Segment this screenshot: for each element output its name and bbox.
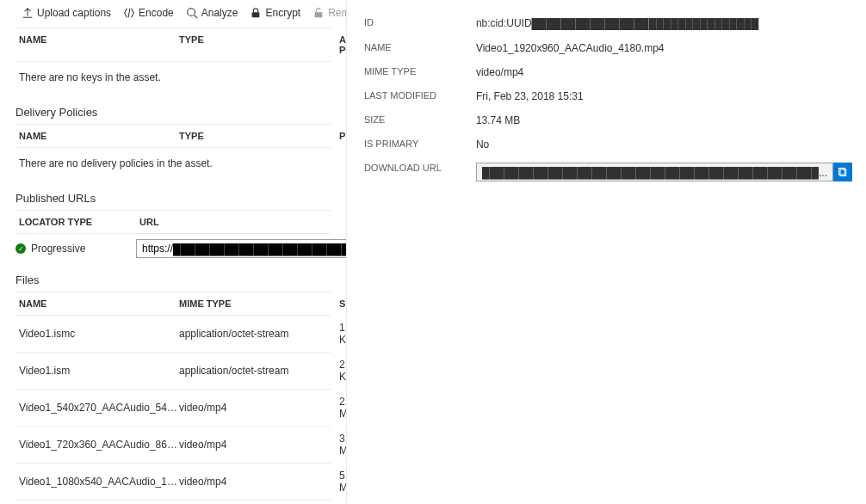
files-title: Files — [15, 263, 331, 292]
download-input[interactable]: ████████████████████████████████████████… — [476, 163, 833, 181]
table-row[interactable]: Video1_1080x540_AACAudio_1650.mp4video/m… — [15, 464, 331, 501]
id-value: nb:cid:UUID█████████████████████████████… — [476, 17, 852, 30]
copy-icon — [838, 167, 848, 177]
file-mime: video/mp4 — [179, 476, 339, 488]
col-auth: AUTHORIZATION POLICY ID — [339, 34, 347, 55]
files-body: Video1.ismcapplication/octet-stream1.00 … — [15, 316, 331, 504]
file-size: 3.18 MB — [339, 433, 347, 457]
name-value: Video1_1920x960_AACAudio_4180.mp4 — [476, 42, 852, 54]
detail-size: SIZE 13.74 MB — [364, 109, 852, 133]
upload-captions-button[interactable]: Upload captions — [15, 5, 117, 21]
modified-value: Fri, Feb 23, 2018 15:31 — [476, 90, 852, 102]
files-header: NAME MIME TYPE SIZE — [15, 292, 331, 316]
analyze-button[interactable]: Analyze — [180, 5, 244, 21]
size-value: 13.74 MB — [476, 114, 852, 126]
remove-encryption-label: Remove Encryption — [328, 7, 347, 19]
col-type: TYPE — [179, 131, 339, 141]
files-section: Files NAME MIME TYPE SIZE Video1.ismcapp… — [0, 263, 346, 504]
published-row[interactable]: ✓ Progressive https://██████████████████… — [15, 234, 331, 263]
detail-name: NAME Video1_1920x960_AACAudio_4180.mp4 — [364, 37, 852, 61]
svg-point-0 — [188, 9, 195, 16]
locator-type: Progressive — [31, 243, 85, 255]
upload-icon — [22, 7, 34, 19]
col-url: URL — [139, 217, 327, 227]
file-size: 1.00 KB — [339, 322, 347, 346]
toolbar: Upload captions Encode Analyze Encrypt R… — [0, 0, 346, 28]
remove-encryption-button: Remove Encryption — [306, 5, 347, 21]
name-label: NAME — [364, 42, 476, 54]
file-mime: application/octet-stream — [179, 328, 339, 340]
file-name: Video1_1080x540_AACAudio_1650.mp4 — [19, 476, 179, 488]
lock-icon — [250, 7, 262, 19]
primary-label: IS PRIMARY — [364, 138, 476, 151]
delivery-empty: There are no delivery policies in the as… — [15, 148, 331, 181]
file-name: Video1_540x270_AACAudio_540.mp4 — [19, 402, 179, 414]
keys-section: NAME TYPE AUTHORIZATION POLICY ID There … — [0, 28, 346, 95]
col-protocol: PROTOCOL — [339, 131, 347, 141]
file-mime: video/mp4 — [179, 439, 339, 451]
file-name: Video1_720x360_AACAudio_860.mp4 — [19, 439, 179, 451]
col-mime: MIME TYPE — [179, 298, 339, 309]
file-mime: video/mp4 — [179, 402, 339, 414]
detail-modified: LAST MODIFIED Fri, Feb 23, 2018 15:31 — [364, 85, 852, 109]
download-box: ████████████████████████████████████████… — [476, 163, 852, 181]
svg-rect-1 — [252, 12, 260, 17]
file-mime: application/octet-stream — [179, 365, 339, 377]
detail-primary: IS PRIMARY No — [364, 133, 852, 157]
encrypt-label: Encrypt — [265, 7, 300, 19]
encode-label: Encode — [139, 7, 174, 19]
copy-download-button[interactable] — [833, 163, 852, 181]
published-section: Published URLs LOCATOR TYPE URL ✓ Progre… — [0, 181, 346, 263]
download-label: DOWNLOAD URL — [364, 163, 476, 181]
file-size: 2.00 KB — [339, 359, 347, 383]
analyze-label: Analyze — [201, 7, 238, 19]
detail-id: ID nb:cid:UUID██████████████████████████… — [364, 12, 852, 37]
svg-rect-2 — [315, 12, 323, 17]
col-name: NAME — [19, 131, 179, 141]
file-size: 5.70 MB — [339, 470, 347, 494]
keys-header: NAME TYPE AUTHORIZATION POLICY ID — [15, 28, 331, 62]
file-name: Video1.ismc — [19, 328, 179, 340]
unlock-icon — [312, 7, 325, 19]
id-label: ID — [364, 17, 476, 30]
table-row[interactable]: Video1_720x360_AACAudio_860.mp4video/mp4… — [15, 427, 331, 464]
col-locator: LOCATOR TYPE — [19, 217, 139, 227]
primary-value: No — [476, 138, 852, 151]
upload-captions-label: Upload captions — [37, 7, 111, 19]
col-size: SIZE — [339, 298, 347, 309]
table-row[interactable]: Video1_1440x720_AACAudio_2620.mp4video/m… — [15, 501, 331, 504]
delivery-header: NAME TYPE PROTOCOL — [15, 124, 331, 148]
file-size: 2.16 MB — [339, 396, 347, 420]
checkmark-icon: ✓ — [15, 243, 26, 254]
table-row[interactable]: Video1.ismcapplication/octet-stream1.00 … — [15, 316, 331, 353]
file-name: Video1.ism — [19, 365, 179, 377]
locator-cell: ✓ Progressive — [15, 243, 136, 255]
mime-value: video/mp4 — [476, 66, 852, 78]
keys-empty: There are no keys in the asset. — [15, 62, 331, 95]
table-row[interactable]: Video1_540x270_AACAudio_540.mp4video/mp4… — [15, 390, 331, 427]
url-input[interactable]: https://████████████████████████████████… — [136, 239, 347, 258]
details-panel: ID nb:cid:UUID██████████████████████████… — [347, 0, 866, 504]
delivery-section: Delivery Policies NAME TYPE PROTOCOL The… — [0, 95, 346, 181]
mime-label: MIME TYPE — [364, 66, 476, 78]
col-type: TYPE — [179, 34, 339, 55]
encrypt-button[interactable]: Encrypt — [244, 5, 306, 21]
size-label: SIZE — [364, 114, 476, 126]
detail-mime: MIME TYPE video/mp4 — [364, 61, 852, 85]
encode-icon — [123, 7, 135, 19]
published-title: Published URLs — [15, 181, 331, 210]
analyze-icon — [186, 7, 198, 19]
left-panel: Upload captions Encode Analyze Encrypt R… — [0, 0, 347, 504]
encode-button[interactable]: Encode — [117, 5, 180, 21]
detail-download: DOWNLOAD URL ███████████████████████████… — [364, 157, 852, 188]
modified-label: LAST MODIFIED — [364, 90, 476, 102]
col-name: NAME — [19, 34, 179, 55]
published-header: LOCATOR TYPE URL — [15, 210, 331, 234]
url-box: https://████████████████████████████████… — [136, 239, 347, 258]
col-name: NAME — [19, 298, 179, 309]
delivery-title: Delivery Policies — [15, 95, 331, 124]
table-row[interactable]: Video1.ismapplication/octet-stream2.00 K… — [15, 353, 331, 390]
